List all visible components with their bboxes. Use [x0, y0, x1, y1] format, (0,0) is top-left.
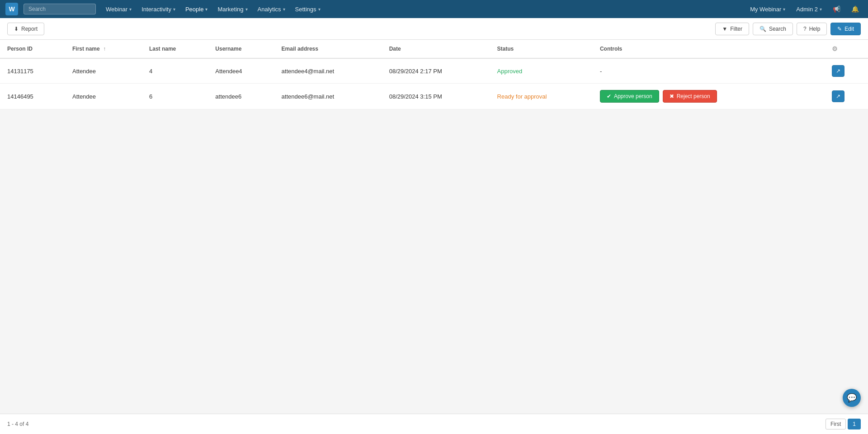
edit-button[interactable]: ✎ Edit [830, 23, 861, 35]
cell-status: Approved [490, 58, 593, 84]
col-header-username: Username [208, 40, 274, 58]
nav-item-people[interactable]: People ▾ [181, 3, 212, 15]
chevron-down-icon: ▾ [820, 7, 822, 12]
col-header-controls: Controls [593, 40, 825, 58]
nav-item-marketing[interactable]: Marketing ▾ [213, 3, 252, 15]
status-badge: Ready for approval [497, 93, 547, 100]
external-link-icon: ↗ [836, 68, 840, 74]
table-body: 14131175 Attendee 4 Attendee4 attendee4@… [0, 58, 868, 109]
search-button[interactable]: 🔍 Search [753, 23, 793, 35]
edit-row-button[interactable]: ↗ [832, 90, 844, 102]
content-area: Person ID First name ↑ Last name Usernam… [0, 40, 868, 414]
col-header-email: Email address [274, 40, 382, 58]
page-1-button[interactable]: 1 [848, 419, 861, 429]
cell-person-id: 14146495 [0, 84, 65, 109]
range-text: 1 - 4 of 4 [7, 421, 28, 427]
col-header-last-name: Last name [142, 40, 208, 58]
nav-bell-button[interactable]: 🔔 [848, 4, 863, 14]
people-table: Person ID First name ↑ Last name Usernam… [0, 40, 868, 109]
help-icon: ? [803, 26, 807, 32]
reject-icon: ✖ [670, 93, 674, 99]
chat-bubble-button[interactable]: 💬 [843, 389, 861, 407]
cell-person-id: 14131175 [0, 58, 65, 84]
cell-controls: ✔ Approve person ✖ Reject person [593, 84, 825, 109]
controls-container: - [600, 68, 817, 75]
nav-item-settings[interactable]: Settings ▾ [291, 3, 325, 15]
nav-item-analytics[interactable]: Analytics ▾ [253, 3, 290, 15]
table-row: 14146495 Attendee 6 attendee6 attendee6@… [0, 84, 868, 109]
chevron-down-icon: ▾ [318, 7, 321, 12]
pagination: First 1 [826, 419, 861, 429]
toolbar-right: ▼ Filter 🔍 Search ? Help ✎ Edit [715, 23, 861, 35]
status-badge: Approved [497, 68, 523, 75]
main-content: ⬇ Report ▼ Filter 🔍 Search ? Help ✎ Edit [0, 18, 868, 434]
reject-person-button[interactable]: ✖ Reject person [663, 90, 717, 103]
people-table-container: Person ID First name ↑ Last name Usernam… [0, 40, 868, 109]
cell-username: Attendee4 [208, 58, 274, 84]
chevron-down-icon: ▾ [283, 7, 285, 12]
chevron-down-icon: ▾ [129, 7, 132, 12]
footer-bar: 1 - 4 of 4 First 1 [0, 414, 868, 434]
cell-controls: - [593, 58, 825, 84]
controls-container: ✔ Approve person ✖ Reject person [600, 90, 817, 103]
approve-person-button[interactable]: ✔ Approve person [600, 90, 659, 103]
help-button[interactable]: ? Help [797, 23, 827, 35]
toolbar: ⬇ Report ▼ Filter 🔍 Search ? Help ✎ Edit [0, 18, 868, 40]
bell-icon: 🔔 [851, 5, 859, 13]
filter-button[interactable]: ▼ Filter [715, 23, 749, 35]
nav-right-section: My Webinar ▾ Admin 2 ▾ 📢 🔔 [746, 4, 863, 14]
app-logo[interactable]: W [5, 3, 18, 15]
col-header-status: Status [490, 40, 593, 58]
chevron-down-icon: ▾ [205, 7, 208, 12]
col-header-settings[interactable]: ⚙ [825, 40, 868, 58]
chat-icon: 💬 [847, 393, 857, 403]
edit-icon: ✎ [837, 26, 842, 32]
controls-dash: - [600, 68, 602, 75]
cell-email: attendee6@mail.net [274, 84, 382, 109]
sort-up-icon: ↑ [103, 46, 106, 52]
nav-search-input[interactable] [24, 4, 96, 14]
cell-username: attendee6 [208, 84, 274, 109]
chevron-down-icon: ▾ [245, 7, 248, 12]
report-button[interactable]: ⬇ Report [7, 23, 44, 35]
edit-row-button[interactable]: ↗ [832, 65, 844, 77]
top-navigation: W Webinar ▾ Interactivity ▾ People ▾ Mar… [0, 0, 868, 18]
col-header-person-id: Person ID [0, 40, 65, 58]
chevron-down-icon: ▾ [173, 7, 175, 12]
external-link-icon: ↗ [836, 93, 840, 99]
filter-icon: ▼ [722, 26, 727, 32]
nav-webinar-selector[interactable]: My Webinar ▾ [746, 4, 789, 14]
cell-last-name: 6 [142, 84, 208, 109]
nav-item-interactivity[interactable]: Interactivity ▾ [137, 3, 180, 15]
chevron-down-icon: ▾ [783, 7, 785, 12]
cell-action: ↗ [825, 58, 868, 84]
table-row: 14131175 Attendee 4 Attendee4 attendee4@… [0, 58, 868, 84]
cell-first-name: Attendee [65, 84, 142, 109]
nav-menu: Webinar ▾ Interactivity ▾ People ▾ Marke… [101, 3, 745, 15]
col-header-date: Date [382, 40, 490, 58]
col-header-first-name[interactable]: First name ↑ [65, 40, 142, 58]
cell-email: attendee4@mail.net [274, 58, 382, 84]
first-page-button[interactable]: First [826, 419, 846, 429]
nav-admin-selector[interactable]: Admin 2 ▾ [793, 4, 826, 14]
cell-first-name: Attendee [65, 58, 142, 84]
megaphone-icon: 📢 [833, 5, 840, 13]
nav-item-webinar[interactable]: Webinar ▾ [101, 3, 136, 15]
approve-icon: ✔ [607, 93, 611, 99]
search-icon: 🔍 [760, 26, 766, 32]
cell-status: Ready for approval [490, 84, 593, 109]
report-icon: ⬇ [14, 26, 19, 32]
table-header: Person ID First name ↑ Last name Usernam… [0, 40, 868, 58]
cell-last-name: 4 [142, 58, 208, 84]
settings-gear-icon[interactable]: ⚙ [832, 45, 838, 52]
cell-action: ↗ [825, 84, 868, 109]
cell-date: 08/29/2024 3:15 PM [382, 84, 490, 109]
nav-megaphone-button[interactable]: 📢 [829, 4, 844, 14]
cell-date: 08/29/2024 2:17 PM [382, 58, 490, 84]
